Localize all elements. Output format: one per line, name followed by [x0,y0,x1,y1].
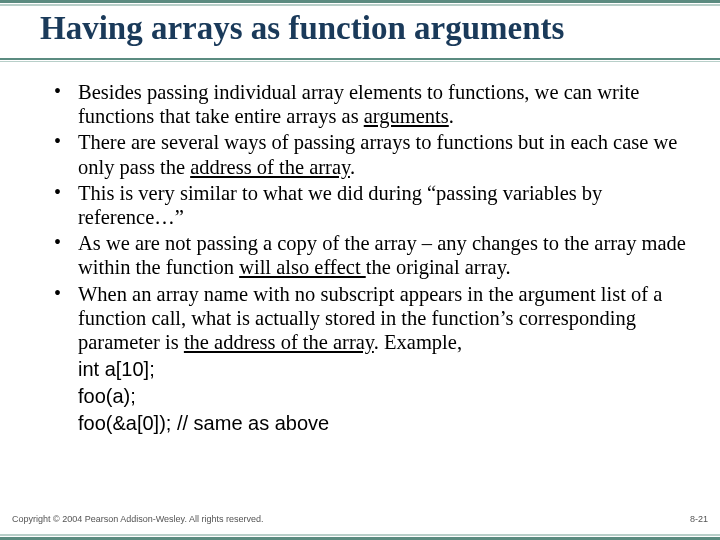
bullet-text: This is very similar to what we did duri… [78,182,602,228]
code-line: int a[10]; [78,356,690,383]
bullet-item: When an array name with no subscript app… [48,282,690,355]
bullet-item: Besides passing individual array element… [48,80,690,128]
bullet-text: . [449,105,454,127]
footer: Copyright © 2004 Pearson Addison-Wesley.… [12,514,708,524]
bullet-underline: the address of the array [184,331,374,353]
code-line: foo(a); [78,383,690,410]
bullet-underline: address of the array [190,156,350,178]
bullet-underline: will also effect [239,256,366,278]
slide: Having arrays as function arguments Besi… [0,0,720,540]
bullet-text: the original array. [366,256,511,278]
bullet-item: There are several ways of passing arrays… [48,130,690,178]
title-underline-light [0,61,720,62]
title-underline [0,58,720,60]
bullet-text: There are several ways of passing arrays… [78,131,677,177]
copyright-text: Copyright © 2004 Pearson Addison-Wesley.… [12,514,263,524]
bullet-item: This is very similar to what we did duri… [48,181,690,229]
bullet-text: . Example, [374,331,462,353]
code-block: int a[10]; foo(a); foo(&a[0]); // same a… [48,356,690,437]
bullet-text: . [350,156,355,178]
code-line: foo(&a[0]); // same as above [78,410,690,437]
bullet-list: Besides passing individual array element… [48,80,690,354]
bullet-underline: arguments [364,105,449,127]
slide-title: Having arrays as function arguments [40,10,700,47]
bullet-text: Besides passing individual array element… [78,81,639,127]
slide-body: Besides passing individual array element… [48,80,690,437]
page-number: 8-21 [690,514,708,524]
bullet-item: As we are not passing a copy of the arra… [48,231,690,279]
